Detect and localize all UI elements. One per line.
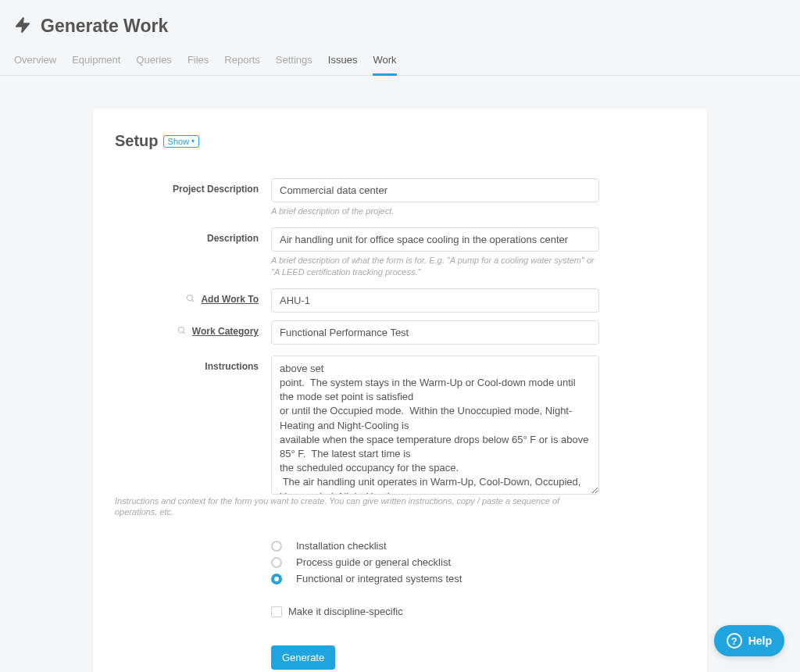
radio-installation-checklist[interactable]: Installation checklist: [271, 538, 599, 554]
add-work-to-label[interactable]: Add Work To: [115, 288, 271, 313]
bolt-icon: [14, 16, 31, 36]
description-help: A brief description of what the form is …: [271, 255, 599, 277]
tab-settings[interactable]: Settings: [276, 54, 312, 75]
tab-files[interactable]: Files: [188, 54, 209, 75]
instructions-label: Instructions: [115, 356, 271, 497]
description-input[interactable]: [271, 227, 599, 252]
tab-queries[interactable]: Queries: [136, 54, 172, 75]
radio-process-guide[interactable]: Process guide or general checklist: [271, 554, 599, 570]
radio-icon: [271, 557, 282, 568]
radio-label: Functional or integrated systems test: [296, 573, 462, 584]
radio-functional-test[interactable]: Functional or integrated systems test: [271, 570, 599, 587]
radio-icon: [271, 574, 282, 584]
tab-reports[interactable]: Reports: [224, 54, 260, 75]
svg-marker-0: [16, 18, 30, 32]
radio-icon: [271, 541, 282, 552]
svg-line-2: [192, 299, 195, 302]
radio-label: Process guide or general checklist: [296, 556, 451, 568]
work-category-label[interactable]: Work Category: [115, 320, 271, 345]
caret-down-icon: ▾: [191, 138, 195, 145]
add-work-to-input[interactable]: [271, 288, 599, 313]
svg-point-1: [188, 295, 193, 300]
tab-issues[interactable]: Issues: [328, 54, 358, 75]
discipline-specific-checkbox[interactable]: Make it discipline-specific: [271, 606, 599, 617]
show-toggle[interactable]: Show ▾: [163, 135, 200, 148]
project-description-input[interactable]: [271, 178, 599, 202]
help-widget[interactable]: ? Help: [714, 625, 784, 656]
tab-overview[interactable]: Overview: [14, 54, 56, 75]
tabs: Overview Equipment Queries Files Reports…: [0, 37, 800, 76]
svg-point-3: [178, 327, 184, 332]
help-label: Help: [748, 634, 772, 647]
description-label: Description: [115, 227, 271, 277]
radio-label: Installation checklist: [296, 540, 387, 552]
help-icon: ?: [727, 633, 742, 649]
work-category-input[interactable]: [271, 320, 599, 345]
checkbox-icon: [271, 606, 282, 617]
page-title: Generate Work: [41, 16, 168, 37]
svg-line-4: [183, 331, 185, 334]
instructions-help: Instructions and context for the form yo…: [115, 495, 584, 518]
search-icon: [186, 294, 198, 305]
project-description-label: Project Description: [115, 178, 271, 216]
show-toggle-label: Show: [168, 137, 190, 146]
tab-equipment[interactable]: Equipment: [72, 54, 120, 75]
tab-work[interactable]: Work: [373, 54, 396, 75]
search-icon: [177, 326, 189, 337]
setup-card: Setup Show ▾ Project Description A brief…: [93, 109, 707, 672]
section-title: Setup: [115, 132, 159, 150]
checkbox-label: Make it discipline-specific: [288, 606, 403, 617]
generate-button[interactable]: Generate: [271, 645, 335, 670]
project-description-help: A brief description of the project.: [271, 206, 599, 216]
instructions-textarea[interactable]: [271, 356, 599, 495]
page-header: Generate Work: [0, 0, 800, 37]
